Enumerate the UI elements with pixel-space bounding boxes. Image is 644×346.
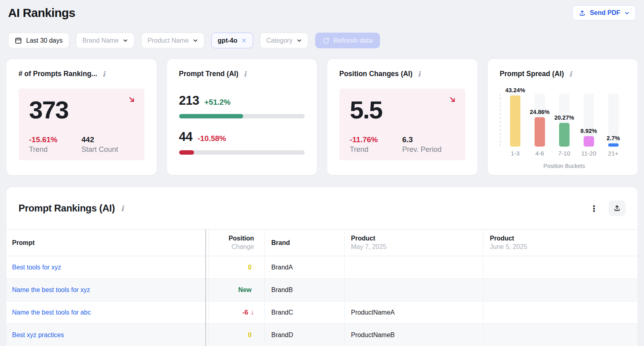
bar-track: 2.7% xyxy=(608,93,619,147)
prompts-ranking-card: # of Prompts Ranking... i 373 -15.61% Tr… xyxy=(6,59,157,175)
close-icon[interactable] xyxy=(242,38,247,43)
position-changes-value: 5.5 xyxy=(350,97,455,123)
card-title: Position Changes (AI) xyxy=(339,70,413,78)
bar-track: 20.27% xyxy=(559,93,570,147)
chevron-down-icon xyxy=(193,38,198,43)
model-filter-chip[interactable]: gpt-4o xyxy=(211,33,253,48)
chevron-down-icon xyxy=(624,10,630,16)
calendar-icon xyxy=(14,37,22,44)
column-header-product-may[interactable]: Product May 7, 2025 xyxy=(345,230,483,256)
chart-column: 2.7% 21+ xyxy=(601,86,625,157)
prompt-link[interactable]: Name the best tools for abc xyxy=(12,309,199,316)
trend-down-arrow-icon xyxy=(448,95,456,104)
card-title: # of Prompts Ranking... xyxy=(19,70,97,78)
brand-cell: BrandB xyxy=(265,279,345,301)
top-bar: AI Rankings Send PDF xyxy=(0,0,644,21)
trend-up-value: 213 xyxy=(179,93,199,108)
down-arrow-icon: ↓ xyxy=(251,309,254,316)
prompt-spread-chart: 43.24% 1-3 24.86% 4-6 20.27% xyxy=(500,86,626,169)
bar xyxy=(584,136,594,147)
column-header-brand[interactable]: Brand xyxy=(265,230,345,256)
frozen-column-divider[interactable] xyxy=(205,229,206,346)
product-may-cell xyxy=(345,279,483,301)
chart-x-axis-label: Position Buckets xyxy=(503,163,626,169)
bar-value-label: 24.86% xyxy=(530,109,549,115)
chart-column: 20.27% 7-10 xyxy=(552,86,576,157)
table-header-row: Prompt Position Change Brand Product May… xyxy=(6,229,638,256)
brand-filter-label: Brand Name xyxy=(83,37,119,44)
upload-icon xyxy=(579,10,586,17)
product-filter-dropdown[interactable]: Product Name xyxy=(141,33,204,48)
date-range-button[interactable]: Last 30 days xyxy=(8,33,69,48)
card-title: Prompt Spread (AI) xyxy=(500,70,564,78)
bar xyxy=(608,143,619,147)
prev-period-value: 6.3 xyxy=(402,135,454,144)
brand-cell: BrandC xyxy=(265,301,345,323)
prompts-ranking-value: 373 xyxy=(29,97,134,123)
trend-down-pct: -10.58% xyxy=(198,134,226,143)
position-changes-card: Position Changes (AI) i 5.5 -11.76% Tren… xyxy=(327,59,477,175)
info-icon[interactable]: i xyxy=(102,70,105,78)
kpi-cards-row: # of Prompts Ranking... i 373 -15.61% Tr… xyxy=(6,59,638,175)
bar-value-label: 43.24% xyxy=(505,87,525,93)
start-count-value: 442 xyxy=(81,135,134,144)
prev-period-label: Prev. Period xyxy=(402,145,454,154)
trend-up-progress-track xyxy=(179,114,305,118)
category-filter-dropdown[interactable]: Category xyxy=(260,33,308,48)
bar-value-label: 20.27% xyxy=(554,114,574,121)
date-range-label: Last 30 days xyxy=(26,37,63,44)
table-row: Best tools for xyz 0 BrandA xyxy=(6,256,638,279)
info-icon[interactable]: i xyxy=(121,205,124,212)
prompt-rankings-section: Prompt Rankings (AI) i ⋮ Prompt Position… xyxy=(6,187,638,346)
product-filter-label: Product Name xyxy=(148,37,189,44)
prompts-ranking-panel: 373 -15.61% Trend 442 Start Count xyxy=(19,89,144,160)
chart-column: 43.24% 1-3 xyxy=(503,86,528,157)
brand-cell: BrandD xyxy=(265,324,345,346)
send-pdf-button[interactable]: Send PDF xyxy=(572,5,636,21)
chart-column: 8.92% 11-20 xyxy=(576,86,601,157)
export-button[interactable] xyxy=(609,200,625,216)
bar-category-label: 11-20 xyxy=(581,150,596,157)
position-change-value: 0 xyxy=(248,263,254,271)
bar-track: 43.24% xyxy=(510,93,520,147)
refresh-data-label: Refresh data xyxy=(334,37,373,44)
brand-filter-dropdown[interactable]: Brand Name xyxy=(76,33,134,48)
bar-value-label: 2.7% xyxy=(607,135,620,141)
table-row: Best xyz practices 0 BrandD ProductNameB xyxy=(6,324,638,346)
bar xyxy=(559,123,570,147)
chart-y-axis xyxy=(500,93,501,147)
bar-category-label: 21+ xyxy=(608,150,618,157)
brand-cell: BrandA xyxy=(265,256,345,278)
column-header-position-change[interactable]: Position Change xyxy=(208,230,265,256)
trend-up-pct: +51.2% xyxy=(204,98,231,107)
trend-down-arrow-icon xyxy=(128,95,136,104)
position-change-value: -6↓ xyxy=(242,309,254,317)
prompt-link[interactable]: Name the best tools for xyz xyxy=(12,286,199,294)
position-change-value: New xyxy=(238,286,254,294)
prompt-link[interactable]: Best tools for xyz xyxy=(12,264,199,271)
info-icon[interactable]: i xyxy=(569,70,572,78)
column-header-product-june[interactable]: Product June 5, 2025 xyxy=(483,230,638,256)
refresh-data-button[interactable]: Refresh data xyxy=(315,33,380,48)
table-row: Name the best tools for xyz New BrandB xyxy=(6,279,638,301)
trend-label: Trend xyxy=(350,145,402,154)
bar-category-label: 4-6 xyxy=(535,150,544,157)
bar-category-label: 1-3 xyxy=(511,150,520,157)
trend-down-value: 44 xyxy=(179,130,192,144)
bar-category-label: 7-10 xyxy=(558,150,570,157)
table-row: Name the best tools for abc -6↓ BrandC P… xyxy=(6,301,638,324)
product-june-cell xyxy=(483,301,638,323)
trend-value: -11.76% xyxy=(350,135,402,144)
prompt-link[interactable]: Best xyz practices xyxy=(12,331,199,339)
column-header-prompt[interactable]: Prompt xyxy=(6,230,205,256)
info-icon[interactable]: i xyxy=(244,70,246,78)
start-count-label: Start Count xyxy=(81,145,134,154)
model-filter-chip-label: gpt-4o xyxy=(218,37,237,44)
info-icon[interactable]: i xyxy=(418,70,421,78)
kebab-menu-icon[interactable]: ⋮ xyxy=(587,203,601,214)
bar xyxy=(510,95,520,147)
chevron-down-icon xyxy=(297,38,302,43)
bar xyxy=(535,117,545,147)
send-pdf-label: Send PDF xyxy=(590,9,620,17)
trend-up-fill xyxy=(179,114,243,118)
